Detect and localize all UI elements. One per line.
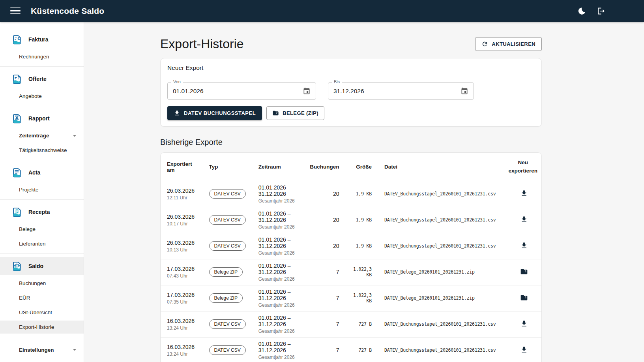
divider xyxy=(0,160,84,160)
rapport-icon xyxy=(12,113,22,124)
hamburger-icon[interactable] xyxy=(10,6,21,16)
sidebar-group-label: Recepta xyxy=(28,209,50,215)
sidebar-group-recepta[interactable]: Recepta xyxy=(0,203,84,221)
download-icon[interactable] xyxy=(520,242,528,249)
download-icon xyxy=(174,110,180,116)
divider xyxy=(0,253,84,254)
sidebar-group-acta[interactable]: Acta xyxy=(0,163,84,182)
export-history-table-card: Exportiert am Typ Zeitraum Buchungen Grö… xyxy=(160,152,542,362)
bis-label: Bis xyxy=(332,79,342,84)
divider xyxy=(0,337,84,337)
col-zeitraum: Zeitraum xyxy=(252,153,304,181)
von-date-field[interactable]: Von 01.01.2026 xyxy=(167,82,316,100)
sidebar-item-lieferanten[interactable]: Lieferanten xyxy=(0,237,84,250)
table-row: 26.03.202610:13 Uhr DATEV CSV 01.01.2026… xyxy=(161,233,541,259)
main-content: Export-Historie AKTUALISIEREN Neuer Expo… xyxy=(84,22,644,362)
table-row: 26.03.202610:17 Uhr DATEV CSV 01.01.2026… xyxy=(161,207,541,233)
sidebar-item-rechnungen[interactable]: Rechnungen xyxy=(0,50,84,63)
divider xyxy=(0,199,84,200)
sidebar-item-euer[interactable]: EÜR xyxy=(0,291,84,304)
type-chip: DATEV CSV xyxy=(209,189,246,199)
type-chip: DATEV CSV xyxy=(209,319,246,329)
table-row: 17.03.202607:35 Uhr Belege ZIP 01.01.202… xyxy=(161,285,541,311)
app-title: Küstencode Saldo xyxy=(31,6,104,16)
faktura-icon: € xyxy=(12,34,22,45)
col-exportiert-am: Exportiert am xyxy=(161,153,203,181)
acta-icon xyxy=(12,167,22,178)
type-chip: Belege ZIP xyxy=(209,293,243,303)
table-row: 26.03.202612:11 Uhr DATEV CSV 01.01.2026… xyxy=(161,181,541,207)
zip-folder-icon xyxy=(272,110,279,116)
divider xyxy=(0,66,84,67)
sidebar-group-rapport[interactable]: Rapport xyxy=(0,109,84,128)
svg-text:€: € xyxy=(17,36,20,41)
calendar-icon[interactable] xyxy=(303,87,311,95)
table-row: 16.03.202613:24 Uhr DATEV CSV 01.01.2026… xyxy=(161,311,541,337)
history-title: Bisherige Exporte xyxy=(160,138,542,147)
download-icon[interactable] xyxy=(520,320,528,328)
type-chip: Belege ZIP xyxy=(209,267,243,277)
refresh-icon xyxy=(481,41,488,47)
refresh-button[interactable]: AKTUALISIEREN xyxy=(475,37,542,51)
sidebar: € Faktura Rechnungen ? Offerte Angebote … xyxy=(0,22,84,362)
sidebar-item-zeitentraege[interactable]: Zeiteinträge xyxy=(0,129,84,142)
col-groesse: Größe xyxy=(345,153,378,181)
col-buchungen: Buchungen xyxy=(303,153,345,181)
recepta-icon xyxy=(12,207,22,218)
logout-icon[interactable] xyxy=(596,6,605,16)
von-value: 01.01.2026 xyxy=(173,88,204,95)
page-title: Export-Historie xyxy=(160,37,244,51)
chevron-down-icon xyxy=(71,132,78,139)
download-icon[interactable] xyxy=(520,189,528,197)
sidebar-group-label: Offerte xyxy=(28,76,47,82)
sidebar-item-export-historie[interactable]: Export-Historie xyxy=(0,321,84,334)
sidebar-item-belege[interactable]: Belege xyxy=(0,223,84,236)
download-icon[interactable] xyxy=(520,216,528,223)
sidebar-group-offerte[interactable]: ? Offerte xyxy=(0,70,84,88)
new-export-title: Neuer Export xyxy=(167,64,535,71)
chevron-down-icon xyxy=(71,346,78,353)
belege-zip-button[interactable]: BELEGE (ZIP) xyxy=(266,106,324,120)
col-datei: Datei xyxy=(378,153,502,181)
von-label: Von xyxy=(171,79,183,84)
sidebar-item-taetigkeitsnachweise[interactable]: Tätigkeitsnachweise xyxy=(0,144,84,157)
type-chip: DATEV CSV xyxy=(209,345,246,355)
divider xyxy=(0,27,84,27)
appbar: Küstencode Saldo xyxy=(0,0,644,22)
sidebar-item-buchungen[interactable]: Buchungen xyxy=(0,277,84,290)
download-icon[interactable] xyxy=(520,346,528,354)
divider xyxy=(0,106,84,106)
datev-export-button[interactable]: DATEV BUCHUNGSSTAPEL xyxy=(167,106,262,120)
col-neu-exportieren: Neu exportieren xyxy=(502,153,541,181)
table-row: 16.03.202613:24 Uhr DATEV CSV 01.01.2026… xyxy=(161,337,541,362)
sidebar-group-saldo[interactable]: Saldo xyxy=(0,257,84,275)
sidebar-group-label: Saldo xyxy=(28,263,43,269)
zip-folder-icon[interactable] xyxy=(520,268,528,276)
saldo-icon xyxy=(12,261,22,272)
svg-text:?: ? xyxy=(17,76,20,80)
sidebar-group-label: Acta xyxy=(28,169,40,176)
type-chip: DATEV CSV xyxy=(209,215,246,225)
calendar-icon[interactable] xyxy=(461,87,468,95)
sidebar-item-angebote[interactable]: Angebote xyxy=(0,90,84,103)
sidebar-group-label: Faktura xyxy=(28,36,49,43)
new-export-card: Neuer Export Von 01.01.2026 Bis 31.12.20… xyxy=(160,58,542,127)
zip-folder-icon[interactable] xyxy=(520,294,528,302)
export-history-table: Exportiert am Typ Zeitraum Buchungen Grö… xyxy=(161,153,541,362)
sidebar-item-projekte[interactable]: Projekte xyxy=(0,183,84,196)
sidebar-item-einstellungen[interactable]: Einstellungen xyxy=(0,341,84,358)
bis-value: 31.12.2026 xyxy=(333,88,364,95)
sidebar-group-label: Rapport xyxy=(28,115,50,122)
type-chip: DATEV CSV xyxy=(209,241,246,251)
moon-icon[interactable] xyxy=(577,6,586,16)
table-row: 17.03.202607:43 Uhr Belege ZIP 01.01.202… xyxy=(161,259,541,285)
sidebar-group-faktura[interactable]: € Faktura xyxy=(0,30,84,49)
offerte-icon: ? xyxy=(12,74,22,84)
sidebar-item-ust-uebersicht[interactable]: USt-Übersicht xyxy=(0,306,84,319)
col-typ: Typ xyxy=(203,153,252,181)
bis-date-field[interactable]: Bis 31.12.2026 xyxy=(328,82,474,100)
